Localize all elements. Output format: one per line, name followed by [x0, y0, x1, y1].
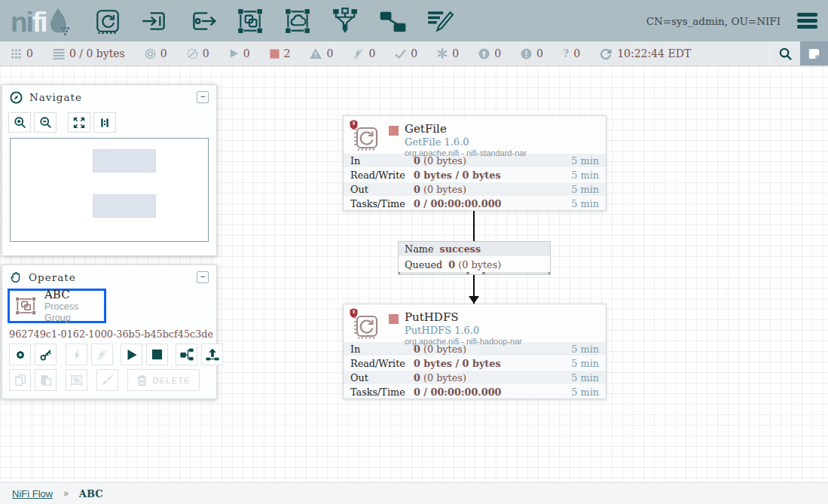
operate-panel: Operate − ABC Process Group 96274	[2, 264, 217, 399]
connection-label[interactable]: Name success Queued 0 (0 bytes)	[398, 241, 551, 275]
stat-label: In	[350, 155, 414, 166]
disabled-count: 0	[368, 47, 375, 60]
operate-selected-component: ABC Process Group	[8, 289, 106, 323]
stopped-state-icon	[389, 126, 399, 136]
navigate-title: Navigate	[29, 91, 82, 103]
connection-queued-value: 0 (0 bytes)	[448, 259, 501, 270]
locally-modified-asterisk-icon	[437, 48, 448, 59]
stat-row-out: Out 0 (0 bytes) 5 min	[344, 370, 606, 384]
group-button[interactable]	[66, 369, 87, 391]
queue-size-meter	[399, 272, 550, 274]
enable-bolt-button[interactable]	[66, 344, 87, 365]
processor-puthdfs[interactable]: PutHDFS PutHDFS 1.6.0 org.apache.nifi - …	[343, 304, 606, 399]
funnel-icon[interactable]	[331, 5, 359, 37]
status-locally-modified: 0	[437, 47, 459, 60]
component-toolbar	[93, 5, 454, 37]
processor-type-version: PutHDFS 1.6.0	[405, 325, 522, 336]
connection-queued-label: Queued	[405, 259, 442, 270]
copy-button[interactable]	[9, 369, 31, 391]
paste-button[interactable]	[35, 369, 57, 391]
bulletin-board-icon[interactable]	[800, 41, 828, 66]
process-group-icon[interactable]	[236, 5, 264, 37]
zoom-actual-size-button[interactable]	[93, 112, 116, 133]
processor-getfile[interactable]: GetFile GetFile 1.6.0 org.apache.nifi - …	[343, 115, 606, 211]
navigate-panel: Navigate −	[2, 84, 217, 256]
up-to-date-count: 0	[411, 47, 417, 60]
invalid-count: 0	[326, 47, 333, 60]
status-items: 0 0 / 0 bytes 0 0	[11, 47, 691, 60]
processor-icon-wrap	[351, 122, 383, 148]
zoom-in-button[interactable]	[8, 112, 31, 133]
status-locally-modified-stale: 0	[521, 47, 543, 60]
operate-buttons-row1	[9, 344, 223, 365]
stat-value: 0 / 00:00:00.000	[414, 198, 571, 209]
birdseye-minimap[interactable]	[10, 138, 209, 242]
start-play-button[interactable]	[121, 344, 142, 365]
sync-failure-question-icon: ?	[563, 47, 569, 60]
stat-window: 5 min	[571, 198, 599, 209]
stat-value: 0 (0 bytes)	[414, 344, 571, 355]
delete-button[interactable]: DELETE	[127, 369, 200, 391]
zoom-out-button[interactable]	[34, 112, 57, 133]
operate-title: Operate	[29, 271, 76, 283]
color-brush-button[interactable]	[96, 369, 118, 391]
upload-template-button[interactable]	[201, 344, 223, 365]
zoom-fit-button[interactable]	[68, 112, 90, 133]
stat-value: 0 bytes / 0 bytes	[414, 358, 571, 369]
processor-header: PutHDFS PutHDFS 1.6.0 org.apache.nifi - …	[344, 304, 606, 341]
minimap-node-puthdfs	[93, 194, 156, 218]
global-menu-icon[interactable]	[797, 10, 817, 32]
up-to-date-check-icon	[395, 49, 406, 59]
refresh-icon[interactable]	[600, 47, 612, 60]
not-transmitting-count: 0	[203, 47, 209, 60]
output-port-icon[interactable]	[188, 5, 217, 37]
configure-gear-button[interactable]	[9, 344, 31, 365]
remote-process-group-icon[interactable]	[283, 5, 312, 37]
compass-icon	[10, 91, 23, 104]
stat-window: 5 min	[571, 184, 599, 195]
stat-label: Tasks/Time	[350, 386, 414, 398]
processor-name: PutHDFS	[405, 310, 522, 324]
disable-bolt-slash-button[interactable]	[91, 344, 113, 365]
search-icon[interactable]	[770, 41, 800, 66]
collapse-navigate-icon[interactable]: −	[197, 91, 209, 103]
processor-icon[interactable]	[93, 5, 122, 37]
stat-value: 0 bytes / 0 bytes	[414, 170, 571, 181]
save-template-button[interactable]	[176, 344, 197, 365]
status-up-to-date: 0	[395, 47, 417, 60]
stat-row-tasks: Tasks/Time 0 / 00:00:00.000 5 min	[344, 196, 606, 210]
input-port-icon[interactable]	[141, 5, 170, 37]
current-user-label: CN=sys_admin, OU=NIFI	[646, 15, 781, 27]
template-icon[interactable]	[378, 5, 407, 37]
restricted-shield-icon	[349, 119, 359, 130]
stat-row-out: Out 0 (0 bytes) 5 min	[344, 182, 606, 196]
breadcrumb: NiFi Flow » ABC	[0, 482, 828, 504]
status-sync-failure: ? 0	[563, 47, 580, 60]
stat-label: In	[350, 344, 414, 355]
stat-window: 5 min	[571, 344, 599, 355]
stat-label: Out	[350, 372, 414, 383]
collapse-operate-icon[interactable]: −	[197, 271, 209, 283]
stopped-state-icon	[389, 314, 399, 324]
connection-arrowhead-icon	[469, 296, 479, 304]
logo-text-ni: ni	[11, 10, 32, 35]
stat-label: Out	[350, 184, 414, 195]
stat-row-readwrite: Read/Write 0 bytes / 0 bytes 5 min	[344, 356, 606, 370]
hand-icon	[10, 271, 22, 284]
status-queued: 0 / 0 bytes	[53, 47, 125, 60]
statusbar-right	[770, 41, 828, 66]
operate-selected-text: ABC Process Group	[44, 289, 99, 323]
flow-canvas[interactable]: Name success Queued 0 (0 bytes)	[0, 66, 828, 482]
status-running: 0	[229, 47, 250, 60]
stop-button[interactable]	[146, 344, 168, 365]
status-stopped: 2	[270, 47, 291, 60]
access-policies-key-button[interactable]	[35, 344, 57, 365]
label-icon[interactable]	[426, 5, 454, 37]
processor-titles: PutHDFS PutHDFS 1.6.0 org.apache.nifi - …	[405, 310, 522, 337]
stat-value: 0 / 00:00:00.000	[414, 386, 571, 398]
logo-text-fi: fi	[32, 10, 47, 35]
breadcrumb-root-link[interactable]: NiFi Flow	[12, 488, 53, 499]
processor-type-version: GetFile 1.6.0	[405, 136, 527, 148]
stale-up-arrow-icon	[478, 48, 490, 60]
stat-window: 5 min	[571, 358, 599, 369]
